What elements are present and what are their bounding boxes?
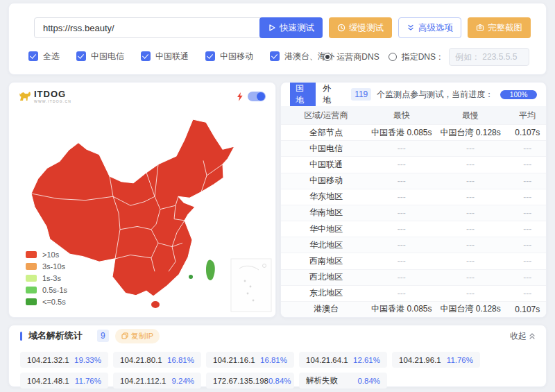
ip-address: 104.21.16.1 <box>213 356 255 364</box>
table-row[interactable]: 华中地区 --- --- --- <box>281 221 546 237</box>
table-row[interactable]: 全部节点 中国香港 0.085s 中国台湾 0.128s 0.107s <box>281 124 546 140</box>
legend-swatch <box>26 275 37 282</box>
carrier-checkbox[interactable]: 中国电信 <box>76 51 124 62</box>
cell-slowest: --- <box>432 273 509 282</box>
table-body: 全部节点 中国香港 0.085s 中国台湾 0.128s 0.107s 中国电信… <box>281 124 546 317</box>
cell-region: 西北地区 <box>281 271 371 283</box>
custom-dns-radio[interactable] <box>388 53 397 61</box>
ip-percentage: 0.84% <box>357 377 380 385</box>
table-row[interactable]: 西南地区 --- --- --- <box>281 253 546 269</box>
table-row[interactable]: 东北地区 --- --- --- <box>281 285 546 301</box>
table-row[interactable]: 中国联通 --- --- --- <box>281 156 546 172</box>
play-icon <box>268 24 276 32</box>
ip-entry[interactable]: 104.21.96.1 11.76% <box>392 352 480 368</box>
cell-average: --- <box>509 176 546 186</box>
ip-entry[interactable]: 104.21.32.1 19.33% <box>20 352 108 368</box>
dns-option-group: 运营商DNS 指定DNS： <box>323 48 529 66</box>
col-header-average: 平均 <box>509 110 546 121</box>
ip-entry[interactable]: 解析失败 0.84% <box>299 373 387 389</box>
cell-fastest: --- <box>371 289 432 298</box>
cell-slowest: --- <box>432 289 509 298</box>
cell-fastest: 中国香港 0.085s <box>371 303 432 315</box>
carrier-dns-radio[interactable] <box>323 53 332 61</box>
cell-slowest: --- <box>432 176 509 186</box>
table-row[interactable]: 中国电信 --- --- --- <box>281 140 546 156</box>
full-screenshot-button[interactable]: 完整截图 <box>468 17 531 38</box>
table-row[interactable]: 华东地区 --- --- --- <box>281 189 546 205</box>
cell-region: 中国移动 <box>281 175 371 187</box>
chevron-double-up-icon <box>529 333 535 339</box>
slow-test-button[interactable]: 缓慢测试 <box>329 17 392 38</box>
cell-slowest: --- <box>432 224 509 234</box>
carrier-checkbox[interactable]: 中国移动 <box>205 51 253 62</box>
ip-entry[interactable]: 104.21.64.1 12.61% <box>299 352 387 368</box>
legend-item: >10s <box>26 250 67 259</box>
title-accent-bar <box>20 332 22 341</box>
map-toggle-switch[interactable] <box>248 92 266 101</box>
cell-slowest: --- <box>432 160 509 169</box>
quick-test-button[interactable]: 快速测试 <box>259 17 323 38</box>
cell-region: 东北地区 <box>281 287 371 299</box>
cell-region: 中国联通 <box>281 159 371 171</box>
copy-ip-button[interactable]: 复制IP <box>115 329 160 343</box>
cell-average: 0.107s <box>509 305 546 314</box>
cell-slowest: --- <box>432 144 509 153</box>
ip-entry[interactable]: 104.21.112.1 9.24% <box>113 373 201 389</box>
legend-item: 3s-10s <box>26 262 67 271</box>
table-row[interactable]: 港澳台 中国香港 0.085s 中国台湾 0.128s 0.107s <box>281 301 546 317</box>
map-legend: >10s 3s-10s 1s-3s 0.5s-1s <=0.5s <box>26 250 67 306</box>
cell-slowest: --- <box>432 240 509 250</box>
col-header-fastest: 最快 <box>371 110 432 121</box>
legend-item: 0.5s-1s <box>26 286 67 294</box>
ip-count-badge: 9 <box>97 330 109 342</box>
ip-address: 104.21.80.1 <box>120 356 162 364</box>
table-row[interactable]: 华南地区 --- --- --- <box>281 205 546 221</box>
cell-average: --- <box>509 289 546 298</box>
copy-icon <box>121 332 128 339</box>
cell-average: --- <box>509 144 546 153</box>
cell-region: 西南地区 <box>281 255 371 267</box>
hongkong-dot <box>189 275 193 279</box>
cell-region: 华东地区 <box>281 191 371 203</box>
carrier-checkbox[interactable]: 中国联通 <box>141 51 189 62</box>
ip-entry[interactable]: 104.21.16.1 16.81% <box>206 352 294 368</box>
url-input[interactable] <box>42 22 287 34</box>
legend-swatch <box>26 263 37 270</box>
result-header: 中国地区 海外地区 119 个监测点参与测试，当前进度： 100% <box>281 83 546 106</box>
checkbox-label: 中国移动 <box>220 51 253 62</box>
lightning-icon <box>237 92 243 101</box>
cell-region: 华南地区 <box>281 207 371 219</box>
map-panel: ITDOG WWW.ITDOG.CN <box>8 82 276 318</box>
progress-text: 个监测点参与测试，当前进度： <box>377 89 493 101</box>
ip-percentage: 0.84% <box>268 377 291 385</box>
table-row[interactable]: 西北地区 --- --- --- <box>281 269 546 285</box>
ip-address: 解析失败 <box>306 375 338 386</box>
cell-slowest: 中国台湾 0.128s <box>432 127 509 139</box>
ip-entry[interactable]: 172.67.135.198 0.84% <box>206 373 294 389</box>
table-row[interactable]: 中国移动 --- --- --- <box>281 173 546 189</box>
ip-entry[interactable]: 104.21.48.1 11.76% <box>20 373 108 389</box>
legend-label: 3s-10s <box>42 262 65 271</box>
test-buttons: 快速测试 缓慢测试 高级选项 完整截图 <box>259 17 531 38</box>
cell-region: 中国电信 <box>281 143 371 155</box>
ip-percentage: 19.33% <box>74 356 101 364</box>
collapse-button[interactable]: 收起 <box>510 330 535 342</box>
cell-slowest: --- <box>432 256 509 266</box>
carrier-checkbox[interactable]: 全选 <box>28 51 60 62</box>
chevron-double-down-icon <box>407 24 415 32</box>
ip-address: 172.67.135.198 <box>213 377 268 385</box>
carrier-checkbox-group: 全选 中国电信 中国联通 中国移动 港澳台、海外 <box>28 49 334 63</box>
result-panel: 中国地区 海外地区 119 个监测点参与测试，当前进度： 100% 区域/运营商… <box>280 82 547 318</box>
result-table: 区域/运营商 最快 最慢 平均 全部节点 中国香港 0.085s 中国台湾 0.… <box>281 106 546 317</box>
advanced-options-button[interactable]: 高级选项 <box>398 17 461 38</box>
custom-dns-label: 指定DNS： <box>402 51 444 63</box>
ip-entry[interactable]: 104.21.80.1 16.81% <box>113 352 201 368</box>
custom-dns-input[interactable] <box>449 48 529 66</box>
ip-percentage: 16.81% <box>260 356 287 364</box>
cell-region: 华中地区 <box>281 223 371 235</box>
logo-title: ITDOG <box>34 90 71 99</box>
dns-stats-header: 域名解析统计 9 复制IP 收起 <box>9 325 546 346</box>
table-row[interactable]: 华北地区 --- --- --- <box>281 237 546 253</box>
cell-fastest: --- <box>371 256 432 266</box>
checkbox-label: 中国联通 <box>155 51 189 62</box>
